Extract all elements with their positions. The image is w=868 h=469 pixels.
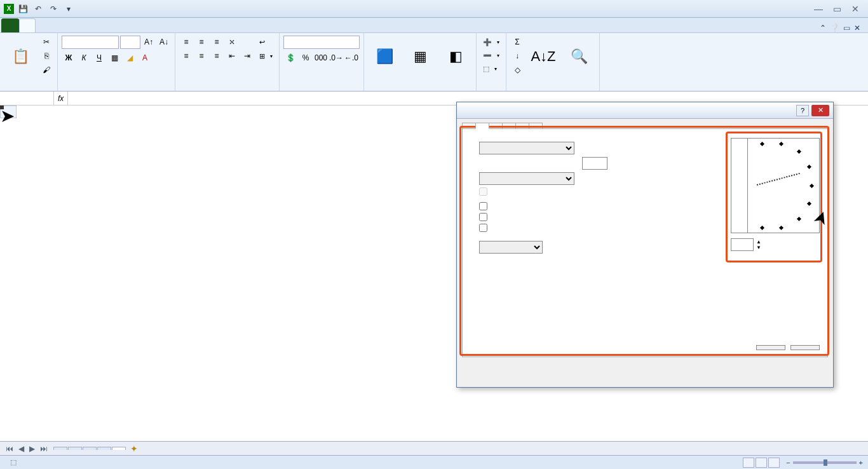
vertical-select[interactable] bbox=[479, 172, 574, 185]
tab-home[interactable] bbox=[19, 18, 36, 32]
qat-customize-icon[interactable]: ▾ bbox=[62, 3, 75, 15]
sheet-tab[interactable] bbox=[112, 447, 126, 450]
page-break-view-icon[interactable] bbox=[768, 458, 780, 468]
zoom-slider[interactable] bbox=[793, 461, 857, 464]
font-size-select[interactable] bbox=[120, 36, 140, 49]
orientation-vertical-text[interactable] bbox=[731, 139, 748, 233]
sort-filter-button[interactable]: A↓Z bbox=[527, 36, 560, 78]
tab-developer[interactable] bbox=[127, 18, 142, 32]
orientation-dial[interactable] bbox=[748, 139, 819, 233]
currency-icon[interactable]: 💲 bbox=[283, 51, 297, 64]
conditional-formatting-button[interactable]: 🟦 bbox=[368, 36, 401, 78]
horizontal-select[interactable] bbox=[479, 142, 574, 154]
wrap-text-button[interactable]: ↩ bbox=[257, 36, 275, 48]
orientation-icon[interactable]: ⤬ bbox=[225, 36, 239, 48]
ok-button[interactable] bbox=[756, 345, 785, 350]
indent-spinner[interactable] bbox=[582, 157, 607, 170]
fx-icon[interactable]: fx bbox=[58, 94, 64, 103]
tab-review[interactable] bbox=[97, 18, 112, 32]
tab-prev-icon[interactable]: ◀ bbox=[17, 444, 26, 453]
normal-view-icon[interactable] bbox=[743, 458, 754, 468]
dialog-help-icon[interactable]: ? bbox=[796, 105, 809, 116]
font-name-select[interactable] bbox=[62, 36, 119, 49]
redo-icon[interactable]: ↷ bbox=[47, 3, 60, 15]
close-icon[interactable]: ✕ bbox=[849, 4, 862, 14]
restore-icon[interactable]: ▭ bbox=[831, 4, 844, 14]
help-icon[interactable]: ❔ bbox=[830, 24, 839, 32]
undo-icon[interactable]: ↶ bbox=[32, 3, 44, 15]
delete-cells-button[interactable]: ➖▾ bbox=[480, 49, 502, 62]
file-tab[interactable] bbox=[1, 18, 19, 32]
increase-decimal-icon[interactable]: .0→ bbox=[329, 51, 343, 64]
doc-restore-icon[interactable]: ▭ bbox=[843, 24, 850, 32]
decrease-indent-icon[interactable]: ⇤ bbox=[225, 50, 239, 62]
merge-center-button[interactable]: ⊞▾ bbox=[257, 50, 275, 62]
align-bottom-icon[interactable]: ≡ bbox=[210, 36, 224, 48]
decrease-font-icon[interactable]: A↓ bbox=[157, 36, 171, 48]
align-left-icon[interactable]: ≡ bbox=[179, 50, 193, 62]
text-direction-select[interactable] bbox=[479, 241, 543, 254]
page-layout-view-icon[interactable] bbox=[756, 458, 767, 468]
cut-icon[interactable]: ✂ bbox=[39, 36, 53, 48]
tab-insert[interactable] bbox=[36, 18, 51, 32]
orientation-widget[interactable] bbox=[731, 138, 820, 233]
cancel-button[interactable] bbox=[790, 345, 820, 350]
dialog-close-icon[interactable]: ✕ bbox=[811, 105, 829, 116]
tab-last-icon[interactable]: ⏭ bbox=[38, 444, 50, 453]
formula-buttons: fx bbox=[54, 92, 68, 105]
percent-icon[interactable]: % bbox=[299, 51, 313, 64]
underline-icon[interactable]: Ч bbox=[92, 51, 106, 64]
autosum-icon[interactable]: Σ bbox=[510, 36, 524, 48]
tab-next-icon[interactable]: ▶ bbox=[27, 444, 37, 453]
decrease-decimal-icon[interactable]: ←.0 bbox=[344, 51, 358, 64]
format-as-table-button[interactable]: ▦ bbox=[403, 36, 437, 78]
tab-data[interactable] bbox=[81, 18, 97, 32]
format-cells-button[interactable]: ⬚▾ bbox=[480, 62, 499, 75]
tab-page-layout[interactable] bbox=[51, 18, 66, 32]
sheet-tab[interactable] bbox=[97, 447, 111, 450]
dialog-title-bar[interactable]: ? ✕ bbox=[457, 102, 833, 119]
find-select-button[interactable]: 🔍 bbox=[562, 36, 595, 78]
align-right-icon[interactable]: ≡ bbox=[210, 50, 224, 62]
font-color-icon[interactable]: A bbox=[138, 51, 152, 64]
select-all-corner[interactable] bbox=[0, 105, 17, 118]
sheet-tab[interactable] bbox=[53, 447, 67, 450]
cell-styles-button[interactable]: ◧ bbox=[439, 36, 472, 78]
group-label bbox=[179, 88, 275, 90]
align-center-icon[interactable]: ≡ bbox=[194, 50, 208, 62]
fill-icon[interactable]: ↓ bbox=[510, 50, 524, 62]
align-top-icon[interactable]: ≡ bbox=[179, 36, 193, 48]
ribbon-minimize-icon[interactable]: ⌃ bbox=[820, 24, 826, 32]
minimize-icon[interactable]: — bbox=[811, 4, 825, 14]
save-icon[interactable]: 💾 bbox=[17, 3, 29, 15]
comma-icon[interactable]: 000 bbox=[314, 51, 328, 64]
tab-first-icon[interactable]: ⏮ bbox=[4, 444, 15, 453]
name-box[interactable] bbox=[0, 92, 54, 105]
paste-button[interactable]: 📋 bbox=[4, 36, 37, 78]
number-format-select[interactable] bbox=[283, 36, 360, 49]
sheet-tab[interactable] bbox=[83, 447, 97, 450]
macro-record-icon[interactable]: ⬚ bbox=[10, 458, 17, 466]
italic-icon[interactable]: К bbox=[77, 51, 91, 64]
bold-icon[interactable]: Ж bbox=[62, 51, 76, 64]
tab-formulas[interactable] bbox=[66, 18, 81, 32]
deg-up-icon[interactable]: ▲ bbox=[756, 239, 761, 245]
degrees-input[interactable] bbox=[731, 238, 754, 251]
copy-icon[interactable]: ⎘ bbox=[39, 50, 53, 62]
deg-down-icon[interactable]: ▼ bbox=[756, 245, 761, 250]
fill-color-icon[interactable]: ◢ bbox=[123, 51, 137, 64]
increase-indent-icon[interactable]: ⇥ bbox=[240, 50, 254, 62]
clear-icon[interactable]: ◇ bbox=[510, 64, 524, 76]
doc-close-icon[interactable]: ✕ bbox=[854, 24, 860, 32]
dialog-tab-alignment[interactable] bbox=[475, 123, 489, 129]
increase-font-icon[interactable]: A↑ bbox=[142, 36, 156, 48]
format-painter-icon[interactable]: 🖌 bbox=[39, 64, 53, 76]
zoom-out-icon[interactable]: − bbox=[786, 459, 790, 466]
sheet-tab[interactable] bbox=[68, 447, 82, 450]
new-sheet-icon[interactable]: ✦ bbox=[126, 444, 142, 454]
border-icon[interactable]: ▦ bbox=[107, 51, 121, 64]
align-middle-icon[interactable]: ≡ bbox=[194, 36, 208, 48]
insert-cells-button[interactable]: ➕▾ bbox=[480, 36, 502, 48]
tab-view[interactable] bbox=[112, 18, 127, 32]
zoom-in-icon[interactable]: + bbox=[859, 459, 863, 466]
